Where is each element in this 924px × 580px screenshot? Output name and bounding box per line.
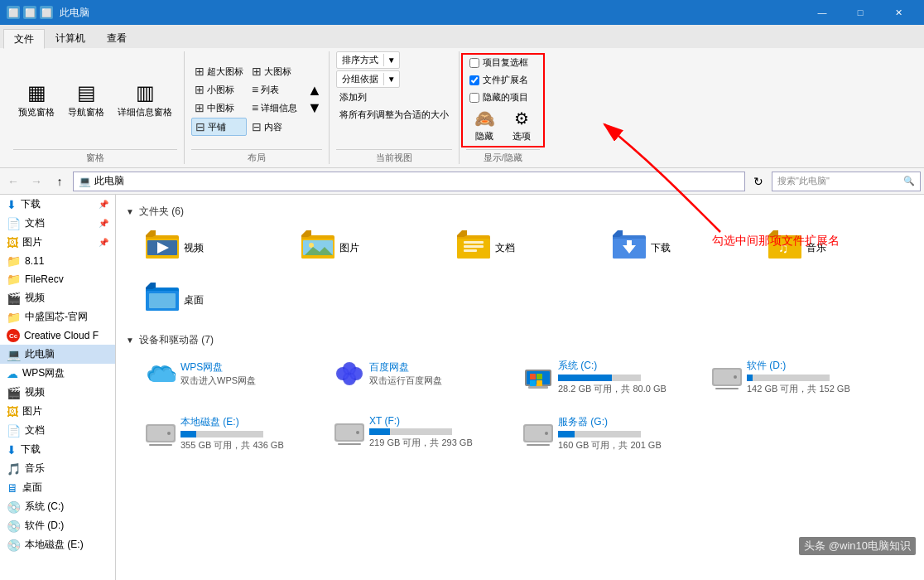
sidebar-item-811[interactable]: 📁 8.11 bbox=[0, 252, 115, 270]
group-dropdown-icon[interactable]: ▼ bbox=[383, 73, 399, 85]
preview-pane-button[interactable]: ▦ 预览窗格 bbox=[13, 78, 60, 122]
minimize-button[interactable]: — bbox=[803, 0, 841, 25]
refresh-button[interactable]: ↻ bbox=[748, 172, 768, 191]
sidebar-item-music[interactable]: 🎵 音乐 bbox=[0, 459, 115, 478]
tiles-button[interactable]: ⊟ 平铺 bbox=[191, 118, 247, 136]
ribbon-group-pane: ▦ 预览窗格 ▤ 导航窗格 ▥ 详细信息窗格 窗格 bbox=[7, 51, 185, 164]
title-bar: ⬜ ⬜ ⬜ 此电脑 — □ ✕ bbox=[0, 0, 924, 25]
folder-811-icon: 📁 bbox=[7, 254, 21, 268]
sort-dropdown-icon[interactable]: ▼ bbox=[383, 54, 399, 66]
documents2-icon: 📄 bbox=[7, 424, 21, 437]
svg-rect-45 bbox=[528, 386, 548, 389]
drive-wps-cloud[interactable]: WPS网盘 双击进入WPS网盘 bbox=[139, 354, 321, 404]
large-icon-button[interactable]: ⊞ 大图标 bbox=[248, 63, 304, 80]
tab-computer[interactable]: 计算机 bbox=[45, 28, 96, 48]
details-pane-button[interactable]: ▥ 详细信息窗格 bbox=[113, 78, 177, 122]
sidebar-item-zhongsheng[interactable]: 📁 中盛国芯-官网 bbox=[0, 307, 115, 326]
pane-group-label: 窗格 bbox=[13, 149, 177, 164]
title-bar-icon2: ⬜ bbox=[23, 6, 36, 19]
search-placeholder: 搜索"此电脑" bbox=[777, 175, 830, 187]
address-bar[interactable]: 💻 此电脑 bbox=[73, 172, 745, 191]
fit-cols-button[interactable]: 将所有列调整为合适的大小 bbox=[336, 107, 452, 123]
folder-desktop-name: 桌面 bbox=[184, 293, 204, 307]
c-drive-icon: 💿 bbox=[7, 500, 21, 514]
layout-scroll-down[interactable]: ▼ bbox=[307, 99, 322, 117]
sidebar-item-e[interactable]: 💿 本地磁盘 (E:) bbox=[0, 535, 115, 554]
hide-button[interactable]: 🙈 隐藏 bbox=[469, 105, 500, 146]
downloads-icon: ⬇ bbox=[7, 198, 17, 211]
folder-documents-icon bbox=[457, 230, 490, 266]
tab-view[interactable]: 查看 bbox=[96, 28, 137, 48]
file-ext-row: 文件扩展名 bbox=[466, 72, 532, 88]
svg-marker-2 bbox=[146, 230, 156, 237]
f-drive-bar-bg bbox=[369, 428, 452, 435]
hidden-items-checkbox[interactable] bbox=[469, 93, 479, 103]
drives-section-header[interactable]: ▼ 设备和驱动器 (7) bbox=[126, 333, 914, 347]
drive-c[interactable]: 系统 (C:) 28.2 GB 可用，共 80.0 GB bbox=[517, 354, 699, 404]
forward-button[interactable]: → bbox=[26, 172, 46, 191]
item-checkbox[interactable] bbox=[469, 58, 479, 68]
drive-g[interactable]: 服务器 (G:) 160 GB 可用，共 201 GB bbox=[517, 410, 699, 460]
svg-text:♫: ♫ bbox=[778, 241, 788, 255]
show-hide-buttons: 项目复选框 文件扩展名 隐藏的项目 bbox=[466, 51, 540, 105]
file-ext-checkbox[interactable] bbox=[469, 75, 479, 85]
sidebar-item-filerecv[interactable]: 📁 FileRecv bbox=[0, 270, 115, 288]
sidebar-item-wps-cloud[interactable]: ☁ WPS网盘 bbox=[0, 364, 115, 383]
drive-baidu-cloud[interactable]: 百度网盘 双击运行百度网盘 bbox=[328, 354, 510, 404]
sidebar-item-downloads[interactable]: ⬇ 下载 📌 bbox=[0, 195, 115, 214]
back-button[interactable]: ← bbox=[3, 172, 23, 191]
content-button[interactable]: ⊟ 内容 bbox=[248, 118, 304, 136]
folders-section-header[interactable]: ▼ 文件夹 (6) bbox=[126, 205, 914, 219]
drive-f[interactable]: XT (F:) 219 GB 可用，共 293 GB bbox=[328, 410, 510, 460]
add-col-button[interactable]: 添加列 bbox=[336, 89, 370, 105]
options-button[interactable]: ⚙ 选项 bbox=[507, 105, 537, 146]
sidebar-item-video[interactable]: 🎬 视频 bbox=[0, 288, 115, 307]
medium-icon-button[interactable]: ⊞ 中图标 bbox=[191, 99, 247, 116]
layout-scroll-up[interactable]: ▲ bbox=[307, 82, 322, 99]
up-button[interactable]: ↑ bbox=[50, 172, 70, 191]
svg-rect-43 bbox=[530, 380, 536, 386]
d-drive-space: 142 GB 可用，共 152 GB bbox=[747, 383, 881, 395]
tab-file[interactable]: 文件 bbox=[3, 29, 45, 49]
maximize-button[interactable]: □ bbox=[841, 0, 879, 25]
title-bar-controls: — □ ✕ bbox=[803, 0, 917, 25]
sort-button[interactable]: 排序方式 ▼ bbox=[336, 51, 400, 69]
sidebar-item-d[interactable]: 💿 软件 (D:) bbox=[0, 516, 115, 535]
address-text: 此电脑 bbox=[94, 174, 124, 188]
folder-music[interactable]: ♫ 音乐 bbox=[762, 225, 911, 271]
sidebar-item-pictures[interactable]: 🖼 图片 📌 bbox=[0, 233, 115, 252]
svg-marker-13 bbox=[457, 230, 467, 237]
search-icon: 🔍 bbox=[903, 176, 915, 186]
f-drive-bar-fill bbox=[369, 428, 390, 435]
folder-video[interactable]: 视频 bbox=[139, 225, 288, 271]
sidebar-item-documents[interactable]: 📄 文档 📌 bbox=[0, 214, 115, 233]
small-icon-button[interactable]: ⊞ 小图标 bbox=[191, 81, 247, 98]
ribbon-content: ▦ 预览窗格 ▤ 导航窗格 ▥ 详细信息窗格 窗格 bbox=[0, 48, 924, 167]
folder-music-icon: ♫ bbox=[768, 230, 801, 266]
folder-pictures[interactable]: 图片 bbox=[295, 225, 444, 271]
sidebar-item-pictures2[interactable]: 🖼 图片 bbox=[0, 402, 115, 421]
details-button[interactable]: ≡ 详细信息 bbox=[248, 99, 304, 116]
sidebar-item-desktop[interactable]: 🖥 桌面 bbox=[0, 478, 115, 497]
folder-documents[interactable]: 文档 bbox=[450, 225, 599, 271]
sidebar-item-creative-cloud[interactable]: Cc Creative Cloud F bbox=[0, 326, 115, 345]
group-button[interactable]: 分组依据 ▼ bbox=[336, 70, 400, 88]
sidebar-item-downloads2[interactable]: ⬇ 下载 bbox=[0, 440, 115, 459]
svg-rect-61 bbox=[527, 444, 550, 446]
nav-pane-button[interactable]: ▤ 导航窗格 bbox=[63, 78, 109, 122]
g-drive-name: 服务器 (G:) bbox=[558, 415, 692, 429]
svg-point-48 bbox=[734, 375, 737, 379]
folder-desktop[interactable]: 桌面 bbox=[139, 278, 288, 323]
list-button[interactable]: ≡ 列表 bbox=[248, 81, 304, 98]
extra-large-icon-button[interactable]: ⊞ 超大图标 bbox=[191, 63, 247, 80]
drive-e[interactable]: 本地磁盘 (E:) 355 GB 可用，共 436 GB bbox=[139, 410, 321, 460]
sidebar-item-c[interactable]: 💿 系统 (C:) bbox=[0, 497, 115, 516]
close-button[interactable]: ✕ bbox=[879, 0, 917, 25]
drive-d[interactable]: 软件 (D:) 142 GB 可用，共 152 GB bbox=[705, 354, 888, 404]
d-drive-icon: 💿 bbox=[7, 520, 21, 533]
sidebar-item-video2[interactable]: 🎬 视频 bbox=[0, 383, 115, 402]
sidebar-item-documents2[interactable]: 📄 文档 bbox=[0, 421, 115, 440]
search-bar[interactable]: 搜索"此电脑" 🔍 bbox=[772, 172, 921, 191]
folder-download[interactable]: 下载 bbox=[606, 225, 755, 271]
sidebar-item-this-pc[interactable]: 💻 此电脑 bbox=[0, 345, 115, 364]
